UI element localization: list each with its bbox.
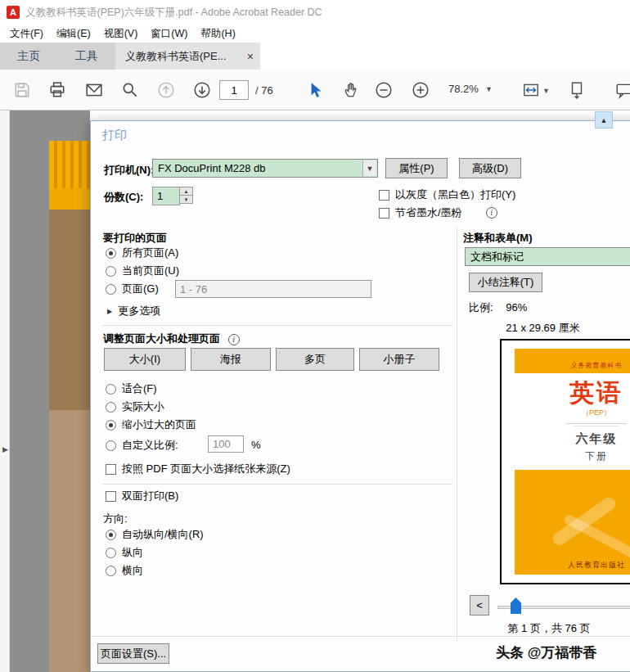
printer-select-value: FX DocuPrint M228 db bbox=[158, 162, 266, 174]
all-pages-label: 所有页面(A) bbox=[122, 246, 178, 260]
fit-width-icon[interactable] bbox=[522, 81, 540, 99]
booklet-button[interactable]: 小册子 bbox=[359, 348, 439, 371]
copies-input[interactable] bbox=[152, 187, 180, 205]
auto-orientation-option[interactable]: 自动纵向/横向(R) bbox=[106, 528, 204, 541]
tab-home[interactable]: 主页 bbox=[0, 43, 58, 70]
next-view-icon[interactable] bbox=[193, 81, 211, 99]
multiple-button[interactable]: 多页 bbox=[276, 348, 354, 371]
paper-size-label: 21 x 29.69 厘米 bbox=[463, 321, 623, 336]
triangle-right-icon: ▶ bbox=[107, 308, 112, 315]
all-pages-option[interactable]: 所有页面(A) bbox=[106, 246, 178, 259]
paper-source-checkbox[interactable] bbox=[106, 464, 116, 475]
menu-window[interactable]: 窗口(W) bbox=[144, 25, 194, 43]
auto-orientation-radio[interactable] bbox=[106, 530, 116, 540]
comment-tool-icon[interactable] bbox=[615, 81, 630, 99]
copies-stepper[interactable]: ▲ ▼ bbox=[179, 187, 193, 205]
custom-scale-option[interactable]: 自定义比例: bbox=[106, 439, 178, 452]
save-icon[interactable] bbox=[13, 81, 31, 99]
shrink-radio[interactable] bbox=[106, 420, 116, 431]
zoom-level-combo[interactable]: 78.2% ▼ bbox=[448, 83, 493, 95]
duplex-checkbox[interactable] bbox=[106, 491, 116, 502]
pages-heading: 要打印的页面 bbox=[103, 231, 167, 246]
poster-button[interactable]: 海报 bbox=[191, 348, 271, 371]
chevron-down-icon: ▼ bbox=[362, 160, 376, 176]
page-number-input[interactable] bbox=[219, 80, 249, 100]
duplex-label: 双面打印(B) bbox=[122, 489, 178, 503]
scale-label: 比例: bbox=[469, 301, 493, 313]
summarize-comments-button[interactable]: 小结注释(T) bbox=[469, 273, 542, 292]
current-page-option[interactable]: 当前页面(U) bbox=[106, 264, 179, 277]
page-total-label: / 76 bbox=[255, 84, 273, 97]
divider bbox=[102, 325, 452, 326]
preview-page-status: 第 1 页，共 76 页 bbox=[463, 621, 630, 636]
landscape-radio[interactable] bbox=[106, 566, 116, 576]
more-options-toggle[interactable]: ▶ 更多选项 bbox=[107, 304, 160, 318]
current-page-radio[interactable] bbox=[106, 266, 116, 277]
page-range-radio[interactable] bbox=[106, 284, 116, 295]
actual-size-option[interactable]: 实际大小 bbox=[106, 400, 164, 413]
page-scrolling-icon[interactable] bbox=[568, 81, 586, 99]
cover-brown-art bbox=[49, 210, 90, 410]
portrait-option[interactable]: 纵向 bbox=[106, 546, 143, 559]
portrait-radio[interactable] bbox=[106, 548, 116, 558]
zoom-out-icon[interactable] bbox=[375, 81, 393, 99]
page-range-label: 页面(G) bbox=[122, 282, 159, 296]
actual-size-radio[interactable] bbox=[106, 402, 116, 413]
previous-page-button[interactable]: < bbox=[470, 595, 489, 616]
panel-expand-icon[interactable]: ▶ bbox=[2, 445, 8, 453]
stepper-down-icon[interactable]: ▼ bbox=[179, 195, 193, 204]
cover-title-area: 英语 （PEP） 六年级 下册 bbox=[515, 373, 630, 470]
tab-tools[interactable]: 工具 bbox=[58, 43, 116, 70]
comments-select[interactable]: 文档和标记 ▼ bbox=[465, 247, 630, 266]
duplex-option[interactable]: 双面打印(B) bbox=[106, 489, 178, 503]
menu-edit[interactable]: 编辑(E) bbox=[50, 25, 97, 43]
divider bbox=[574, 426, 619, 426]
search-icon[interactable] bbox=[121, 81, 139, 99]
chevron-down-icon[interactable]: ▼ bbox=[542, 87, 550, 95]
grayscale-option[interactable]: 以灰度（黑白色）打印(Y) bbox=[379, 188, 515, 201]
save-ink-checkbox[interactable] bbox=[379, 208, 389, 219]
menu-help[interactable]: 帮助(H) bbox=[194, 25, 241, 43]
close-icon[interactable]: × bbox=[247, 50, 254, 63]
divider bbox=[566, 423, 627, 424]
tab-document[interactable]: 义教教科书英语(PE... × bbox=[115, 43, 260, 70]
print-icon[interactable] bbox=[48, 81, 66, 99]
properties-button[interactable]: 属性(P) bbox=[385, 158, 448, 178]
current-page-label: 当前页面(U) bbox=[122, 264, 179, 278]
zoom-in-icon[interactable] bbox=[412, 81, 430, 99]
select-tool-icon[interactable] bbox=[306, 81, 324, 99]
landscape-option[interactable]: 横向 bbox=[106, 564, 143, 577]
fit-label: 适合(F) bbox=[122, 381, 157, 396]
previous-view-icon[interactable] bbox=[157, 81, 175, 99]
menu-file[interactable]: 文件(F) bbox=[3, 25, 50, 43]
email-icon[interactable] bbox=[85, 81, 103, 99]
grayscale-checkbox[interactable] bbox=[379, 190, 389, 201]
shrink-option[interactable]: 缩小过大的页面 bbox=[106, 418, 196, 431]
preview-page-slider-thumb[interactable] bbox=[511, 598, 521, 614]
size-button[interactable]: 大小(I) bbox=[104, 348, 186, 371]
tab-group: 主页 工具 bbox=[0, 43, 115, 70]
advanced-button[interactable]: 高级(D) bbox=[459, 158, 521, 178]
scale-row: 比例: 96% bbox=[469, 300, 527, 315]
save-ink-option[interactable]: 节省墨水/墨粉 i bbox=[379, 206, 497, 219]
comments-heading: 注释和表单(M) bbox=[463, 231, 533, 246]
divider bbox=[457, 228, 457, 641]
menu-view[interactable]: 视图(V) bbox=[97, 25, 145, 43]
custom-scale-radio[interactable] bbox=[106, 440, 116, 451]
orientation-heading: 方向: bbox=[103, 512, 128, 526]
page-range-input[interactable] bbox=[175, 280, 371, 298]
page-setup-button[interactable]: 页面设置(S)... bbox=[97, 643, 169, 664]
fit-option[interactable]: 适合(F) bbox=[106, 382, 157, 395]
custom-scale-input[interactable] bbox=[208, 435, 244, 453]
cover-stripes-art bbox=[49, 141, 90, 188]
page-range-option[interactable]: 页面(G) bbox=[106, 282, 159, 295]
cover-publisher: 人民教育出版社 bbox=[515, 560, 630, 571]
printer-select[interactable]: FX DocuPrint M228 db ▼ bbox=[152, 159, 378, 178]
all-pages-radio[interactable] bbox=[106, 248, 116, 259]
cover-series-band: 义务教育教科书 bbox=[515, 349, 630, 373]
paper-source-option[interactable]: 按照 PDF 页面大小选择纸张来源(Z) bbox=[106, 462, 290, 476]
window-title: 义教教科书英语(PEP)六年级下册.pdf - Adobe Acrobat Re… bbox=[25, 6, 322, 20]
fit-radio[interactable] bbox=[106, 384, 116, 395]
scrollbar-up-button[interactable]: ▲ bbox=[595, 111, 613, 129]
hand-tool-icon[interactable] bbox=[342, 81, 360, 99]
